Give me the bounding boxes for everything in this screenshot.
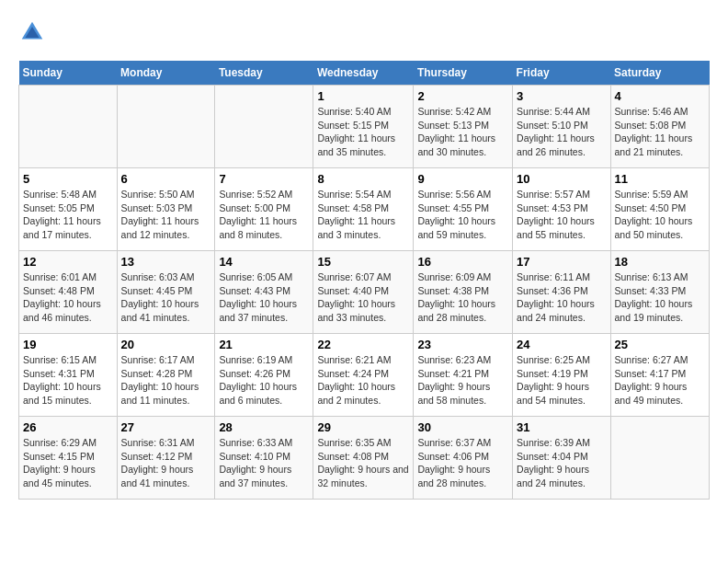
logo bbox=[18, 18, 50, 46]
calendar-cell: 27 Sunrise: 6:31 AMSunset: 4:12 PMDaylig… bbox=[117, 417, 215, 500]
day-info: Sunrise: 6:21 AMSunset: 4:24 PMDaylight:… bbox=[317, 353, 409, 408]
calendar-cell: 14 Sunrise: 6:05 AMSunset: 4:43 PMDaylig… bbox=[215, 251, 313, 334]
calendar-cell bbox=[215, 86, 313, 168]
calendar-week-row: 26 Sunrise: 6:29 AMSunset: 4:15 PMDaylig… bbox=[19, 417, 710, 500]
day-info: Sunrise: 6:25 AMSunset: 4:19 PMDaylight:… bbox=[517, 353, 606, 408]
calendar-cell: 22 Sunrise: 6:21 AMSunset: 4:24 PMDaylig… bbox=[313, 334, 414, 417]
day-number: 6 bbox=[121, 172, 211, 186]
calendar-cell bbox=[19, 86, 118, 168]
day-number: 24 bbox=[517, 338, 606, 351]
day-info: Sunrise: 5:57 AMSunset: 4:53 PMDaylight:… bbox=[517, 188, 606, 242]
day-number: 15 bbox=[317, 255, 409, 269]
logo-icon bbox=[18, 18, 46, 46]
calendar-cell: 28 Sunrise: 6:33 AMSunset: 4:10 PMDaylig… bbox=[215, 417, 313, 500]
day-number: 13 bbox=[121, 255, 211, 269]
day-info: Sunrise: 5:59 AMSunset: 4:50 PMDaylight:… bbox=[615, 188, 705, 242]
day-info: Sunrise: 6:07 AMSunset: 4:40 PMDaylight:… bbox=[317, 270, 409, 325]
calendar-cell: 31 Sunrise: 6:39 AMSunset: 4:04 PMDaylig… bbox=[513, 417, 610, 500]
day-info: Sunrise: 6:01 AMSunset: 4:48 PMDaylight:… bbox=[23, 270, 113, 325]
day-number: 12 bbox=[23, 255, 113, 269]
day-info: Sunrise: 6:29 AMSunset: 4:15 PMDaylight:… bbox=[23, 436, 113, 490]
calendar-cell: 18 Sunrise: 6:13 AMSunset: 4:33 PMDaylig… bbox=[610, 251, 709, 334]
day-number: 17 bbox=[517, 255, 606, 269]
day-info: Sunrise: 6:33 AMSunset: 4:10 PMDaylight:… bbox=[219, 436, 309, 490]
calendar-cell: 24 Sunrise: 6:25 AMSunset: 4:19 PMDaylig… bbox=[513, 334, 610, 417]
calendar-cell: 1 Sunrise: 5:40 AMSunset: 5:15 PMDayligh… bbox=[313, 86, 414, 168]
calendar-cell: 2 Sunrise: 5:42 AMSunset: 5:13 PMDayligh… bbox=[414, 86, 513, 168]
day-info: Sunrise: 6:31 AMSunset: 4:12 PMDaylight:… bbox=[121, 436, 211, 490]
day-number: 8 bbox=[317, 172, 409, 186]
calendar-cell: 20 Sunrise: 6:17 AMSunset: 4:28 PMDaylig… bbox=[117, 334, 215, 417]
day-number: 7 bbox=[219, 172, 309, 186]
day-info: Sunrise: 6:09 AMSunset: 4:38 PMDaylight:… bbox=[417, 270, 508, 325]
day-of-week-monday: Monday bbox=[117, 61, 215, 86]
day-number: 1 bbox=[317, 89, 409, 103]
day-info: Sunrise: 6:17 AMSunset: 4:28 PMDaylight:… bbox=[121, 353, 211, 408]
day-info: Sunrise: 5:44 AMSunset: 5:10 PMDaylight:… bbox=[517, 105, 606, 159]
day-number: 16 bbox=[417, 255, 508, 269]
day-info: Sunrise: 6:37 AMSunset: 4:06 PMDaylight:… bbox=[417, 436, 508, 490]
day-number: 11 bbox=[615, 172, 705, 186]
calendar-week-row: 1 Sunrise: 5:40 AMSunset: 5:15 PMDayligh… bbox=[19, 86, 710, 168]
day-number: 30 bbox=[417, 420, 508, 434]
day-info: Sunrise: 6:15 AMSunset: 4:31 PMDaylight:… bbox=[23, 353, 113, 408]
day-info: Sunrise: 6:27 AMSunset: 4:17 PMDaylight:… bbox=[615, 353, 705, 408]
day-number: 29 bbox=[317, 420, 409, 434]
day-number: 22 bbox=[317, 338, 409, 351]
calendar-cell: 11 Sunrise: 5:59 AMSunset: 4:50 PMDaylig… bbox=[610, 168, 709, 251]
calendar-cell: 23 Sunrise: 6:23 AMSunset: 4:21 PMDaylig… bbox=[414, 334, 513, 417]
day-info: Sunrise: 5:40 AMSunset: 5:15 PMDaylight:… bbox=[317, 105, 409, 159]
day-number: 31 bbox=[517, 420, 606, 434]
day-number: 5 bbox=[23, 172, 113, 186]
calendar-cell: 6 Sunrise: 5:50 AMSunset: 5:03 PMDayligh… bbox=[117, 168, 215, 251]
day-info: Sunrise: 5:56 AMSunset: 4:55 PMDaylight:… bbox=[417, 188, 508, 242]
day-of-week-saturday: Saturday bbox=[610, 61, 709, 86]
calendar-week-row: 5 Sunrise: 5:48 AMSunset: 5:05 PMDayligh… bbox=[19, 168, 710, 251]
day-of-week-friday: Friday bbox=[513, 61, 610, 86]
calendar-cell: 17 Sunrise: 6:11 AMSunset: 4:36 PMDaylig… bbox=[513, 251, 610, 334]
day-number: 27 bbox=[121, 420, 211, 434]
calendar-cell: 4 Sunrise: 5:46 AMSunset: 5:08 PMDayligh… bbox=[610, 86, 709, 168]
day-number: 19 bbox=[23, 338, 113, 351]
calendar-cell: 29 Sunrise: 6:35 AMSunset: 4:08 PMDaylig… bbox=[313, 417, 414, 500]
calendar-cell: 21 Sunrise: 6:19 AMSunset: 4:26 PMDaylig… bbox=[215, 334, 313, 417]
calendar-cell: 30 Sunrise: 6:37 AMSunset: 4:06 PMDaylig… bbox=[414, 417, 513, 500]
calendar-cell: 7 Sunrise: 5:52 AMSunset: 5:00 PMDayligh… bbox=[215, 168, 313, 251]
day-number: 2 bbox=[417, 89, 508, 103]
day-of-week-thursday: Thursday bbox=[414, 61, 513, 86]
day-number: 21 bbox=[219, 338, 309, 351]
day-info: Sunrise: 6:13 AMSunset: 4:33 PMDaylight:… bbox=[615, 270, 705, 325]
day-info: Sunrise: 5:54 AMSunset: 4:58 PMDaylight:… bbox=[317, 188, 409, 242]
day-number: 26 bbox=[23, 420, 113, 434]
day-number: 25 bbox=[615, 338, 705, 351]
day-number: 28 bbox=[219, 420, 309, 434]
calendar-header-row: SundayMondayTuesdayWednesdayThursdayFrid… bbox=[19, 61, 710, 86]
day-number: 18 bbox=[615, 255, 705, 269]
calendar-week-row: 12 Sunrise: 6:01 AMSunset: 4:48 PMDaylig… bbox=[19, 251, 710, 334]
day-info: Sunrise: 6:23 AMSunset: 4:21 PMDaylight:… bbox=[417, 353, 508, 408]
day-of-week-sunday: Sunday bbox=[19, 61, 118, 86]
day-number: 20 bbox=[121, 338, 211, 351]
day-info: Sunrise: 6:03 AMSunset: 4:45 PMDaylight:… bbox=[121, 270, 211, 325]
day-of-week-tuesday: Tuesday bbox=[215, 61, 313, 86]
calendar-cell: 19 Sunrise: 6:15 AMSunset: 4:31 PMDaylig… bbox=[19, 334, 118, 417]
calendar-cell: 8 Sunrise: 5:54 AMSunset: 4:58 PMDayligh… bbox=[313, 168, 414, 251]
calendar-cell: 15 Sunrise: 6:07 AMSunset: 4:40 PMDaylig… bbox=[313, 251, 414, 334]
page-header bbox=[18, 18, 710, 46]
day-info: Sunrise: 5:48 AMSunset: 5:05 PMDaylight:… bbox=[23, 188, 113, 242]
calendar-cell: 9 Sunrise: 5:56 AMSunset: 4:55 PMDayligh… bbox=[414, 168, 513, 251]
calendar-cell: 10 Sunrise: 5:57 AMSunset: 4:53 PMDaylig… bbox=[513, 168, 610, 251]
calendar-cell: 12 Sunrise: 6:01 AMSunset: 4:48 PMDaylig… bbox=[19, 251, 118, 334]
calendar-cell bbox=[610, 417, 709, 500]
day-info: Sunrise: 6:11 AMSunset: 4:36 PMDaylight:… bbox=[517, 270, 606, 325]
day-number: 14 bbox=[219, 255, 309, 269]
calendar-cell: 5 Sunrise: 5:48 AMSunset: 5:05 PMDayligh… bbox=[19, 168, 118, 251]
day-info: Sunrise: 6:19 AMSunset: 4:26 PMDaylight:… bbox=[219, 353, 309, 408]
day-info: Sunrise: 6:35 AMSunset: 4:08 PMDaylight:… bbox=[317, 436, 409, 490]
day-number: 23 bbox=[417, 338, 508, 351]
day-number: 9 bbox=[417, 172, 508, 186]
day-info: Sunrise: 5:42 AMSunset: 5:13 PMDaylight:… bbox=[417, 105, 508, 159]
calendar-table: SundayMondayTuesdayWednesdayThursdayFrid… bbox=[18, 61, 710, 500]
day-number: 3 bbox=[517, 89, 606, 103]
calendar-cell: 26 Sunrise: 6:29 AMSunset: 4:15 PMDaylig… bbox=[19, 417, 118, 500]
